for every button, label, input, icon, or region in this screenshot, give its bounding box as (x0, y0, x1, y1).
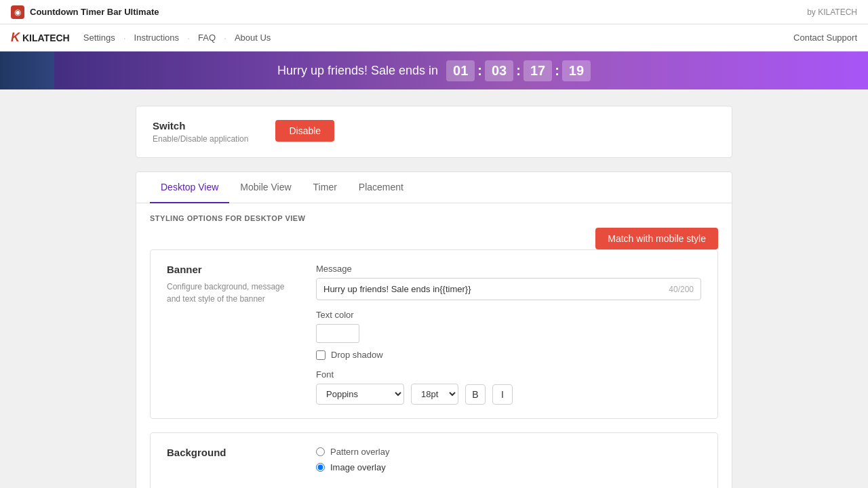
message-counter: 40/200 (669, 285, 694, 294)
tab-desktop-view[interactable]: Desktop View (150, 172, 229, 203)
background-section-title: Background (167, 447, 289, 458)
image-overlay-radio[interactable] (316, 463, 325, 472)
nav-settings[interactable]: Settings (83, 33, 115, 43)
nav-left: K KILATECH Settings · Instructions · FAQ… (11, 30, 271, 45)
font-family-select[interactable]: Poppins (316, 384, 404, 405)
bold-button[interactable]: B (465, 384, 486, 405)
font-label: Font (316, 369, 701, 380)
top-bar: Countdown Timer Bar Ultimate by KILATECH (0, 0, 868, 24)
by-kilatech: by KILATECH (807, 7, 857, 17)
drop-shadow-checkbox[interactable] (316, 350, 326, 360)
disable-button[interactable]: Disable (275, 120, 334, 142)
background-section: Background Pattern overlay Image overlay (150, 432, 718, 488)
font-size-select[interactable]: 18pt (411, 384, 458, 405)
main-content: Switch Enable/Disable application Disabl… (0, 89, 868, 488)
nav-about[interactable]: About Us (235, 33, 271, 43)
top-bar-left: Countdown Timer Bar Ultimate (11, 5, 159, 19)
text-color-label: Text color (316, 310, 701, 320)
drop-shadow-label[interactable]: Drop shadow (331, 350, 383, 360)
background-section-left: Background (167, 447, 289, 478)
banner-section-layout: Banner Configure background, message and… (167, 264, 701, 405)
nav-faq[interactable]: FAQ (198, 33, 216, 43)
pattern-overlay-row: Pattern overlay (316, 447, 701, 457)
tab-mobile-view[interactable]: Mobile View (229, 172, 302, 203)
nav-instructions[interactable]: Instructions (134, 33, 179, 43)
timer-sep-3: : (555, 63, 559, 79)
kilatech-logo[interactable]: K KILATECH (11, 30, 70, 45)
banner-section-right: Message 40/200 Text color Drop shadow (316, 264, 701, 405)
background-section-layout: Background Pattern overlay Image overlay (167, 447, 701, 478)
timer-hours: 01 (446, 60, 475, 81)
timer-sep-1: : (477, 63, 482, 79)
contact-support[interactable]: Contact Support (793, 33, 857, 43)
nav-sep-1: · (123, 33, 126, 43)
timer-sep-2: : (516, 63, 521, 79)
background-section-right: Pattern overlay Image overlay (316, 447, 701, 478)
app-title: Countdown Timer Bar Ultimate (30, 7, 159, 17)
text-color-swatch[interactable] (316, 324, 359, 343)
switch-description: Enable/Disable application (153, 134, 248, 144)
banner-section: Banner Configure background, message and… (150, 249, 718, 419)
timer-seconds: 17 (524, 60, 552, 81)
message-input-wrapper: 40/200 (316, 278, 701, 300)
pattern-overlay-radio[interactable] (316, 447, 325, 456)
italic-button[interactable]: I (492, 384, 513, 405)
kilatech-logo-text: KILATECH (22, 33, 70, 43)
banner-section-left: Banner Configure background, message and… (167, 264, 289, 405)
switch-card: Switch Enable/Disable application Disabl… (136, 106, 732, 158)
switch-label-col: Switch Enable/Disable application (153, 120, 248, 144)
timer-fraction: 19 (562, 60, 591, 81)
image-overlay-row: Image overlay (316, 462, 701, 472)
banner-section-desc: Configure background, message and text s… (167, 281, 289, 305)
styling-options-label: STYLING OPTIONS FOR DESKTOP VIEW (150, 214, 718, 222)
tab-placement[interactable]: Placement (348, 172, 414, 203)
nav-sep-2: · (187, 33, 190, 43)
message-input[interactable] (323, 284, 669, 294)
switch-title: Switch (153, 120, 248, 131)
message-label: Message (316, 264, 701, 274)
tabs-header: Desktop View Mobile View Timer Placement (136, 172, 732, 203)
app-icon (11, 5, 24, 19)
drop-shadow-row: Drop shadow (316, 350, 701, 360)
timer-display: 01 : 03 : 17 : 19 (446, 60, 591, 81)
pattern-overlay-label[interactable]: Pattern overlay (330, 447, 389, 457)
banner-section-title: Banner (167, 264, 289, 275)
image-overlay-label[interactable]: Image overlay (330, 462, 386, 472)
tabs-card: Desktop View Mobile View Timer Placement… (136, 171, 732, 488)
nav-bar: K KILATECH Settings · Instructions · FAQ… (0, 24, 868, 52)
tab-timer[interactable]: Timer (302, 172, 348, 203)
timer-minutes: 03 (485, 60, 513, 81)
font-row: Poppins 18pt B I (316, 384, 701, 405)
banner-text: Hurry up friends! Sale ends in (277, 64, 438, 78)
countdown-banner: Hurry up friends! Sale ends in 01 : 03 :… (0, 52, 868, 89)
kilatech-logo-k: K (11, 30, 20, 45)
nav-sep-3: · (224, 33, 226, 43)
tab-content: STYLING OPTIONS FOR DESKTOP VIEW Match w… (136, 203, 732, 488)
match-mobile-button[interactable]: Match with mobile style (595, 228, 718, 249)
